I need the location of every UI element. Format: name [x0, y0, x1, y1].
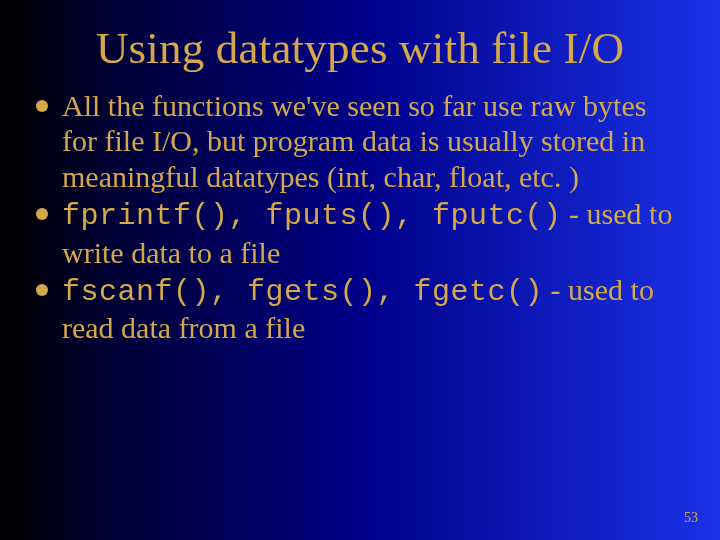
bullet-item: All the functions we've seen so far use … — [62, 88, 680, 194]
page-number: 53 — [684, 510, 698, 526]
bullet-code: fprintf(), fputs(), fputc() — [62, 199, 562, 233]
bullet-icon — [36, 100, 48, 112]
bullet-item: fscanf(), fgets(), fgetc() - used to rea… — [62, 272, 680, 346]
bullet-text: All the functions we've seen so far use … — [62, 89, 646, 193]
slide-body: All the functions we've seen so far use … — [0, 88, 720, 346]
bullet-icon — [36, 208, 48, 220]
bullet-icon — [36, 284, 48, 296]
slide-title: Using datatypes with file I/O — [0, 0, 720, 88]
bullet-code: fscanf(), fgets(), fgetc() — [62, 275, 543, 309]
bullet-item: fprintf(), fputs(), fputc() - used to wr… — [62, 196, 680, 270]
